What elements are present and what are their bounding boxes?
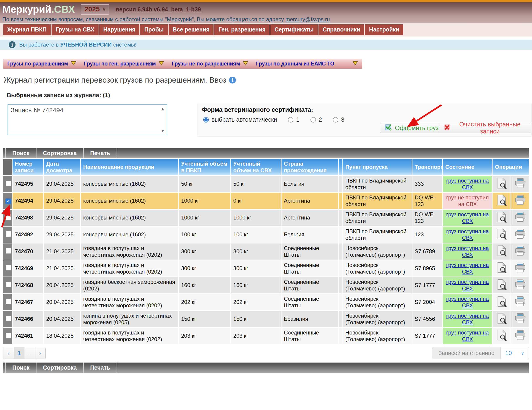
status-link[interactable]: груз поступил на СВХ xyxy=(446,296,489,308)
view-record-button[interactable] xyxy=(496,279,507,292)
toolbar-item-печать[interactable]: Печать xyxy=(84,148,117,158)
cargo-journal-table: Номер записиДата досмотраНаименование пр… xyxy=(2,158,530,345)
view-record-button[interactable] xyxy=(496,194,507,207)
status-link[interactable]: груз поступил на СВХ xyxy=(446,262,489,275)
status-link[interactable]: груз поступил на СВХ xyxy=(446,228,489,241)
nav-tab-6[interactable]: Сертификаты xyxy=(270,24,318,35)
cell-status: груз поступил на СВХ xyxy=(443,277,492,293)
submenu-item-3[interactable]: Грузы по данным из ЕАИС ТО xyxy=(256,61,358,67)
print-record-button[interactable] xyxy=(514,330,526,342)
table-row: ✓74249429.04.2025консервы мясные (1602)1… xyxy=(3,193,529,209)
view-record-button[interactable] xyxy=(496,329,507,343)
print-record-button[interactable] xyxy=(514,229,526,241)
version-link[interactable]: версия 6.94b v6.94_beta_1-b39 xyxy=(116,6,201,13)
header-4: Учтённый объём в ПВКП xyxy=(179,159,230,175)
cell-print xyxy=(511,227,529,243)
status-link[interactable]: груз поступил на СВХ xyxy=(446,211,489,224)
nav-tab-4[interactable]: Все решения xyxy=(169,24,214,35)
status-link[interactable]: груз поступил на СВХ xyxy=(446,178,489,190)
status-link[interactable]: груз поступил на СВХ xyxy=(446,245,489,258)
scroll-up-icon[interactable]: ▲ xyxy=(160,106,165,111)
row-checkbox[interactable] xyxy=(5,214,11,220)
row-checkbox[interactable] xyxy=(5,333,11,338)
row-checkbox[interactable] xyxy=(5,181,11,186)
cell-transport: S7 4556 xyxy=(412,311,442,327)
cert-form-radio-2[interactable]: 2 xyxy=(311,116,322,123)
submenu-item-1[interactable]: Грузы по ген. разрешениям xyxy=(84,61,164,67)
toolbar-item-сортировка[interactable]: Сортировка xyxy=(37,362,84,373)
row-checkbox[interactable]: ✓ xyxy=(5,199,11,204)
view-record-button[interactable] xyxy=(496,262,507,275)
print-record-button[interactable] xyxy=(514,296,526,308)
year-select[interactable]: 2025 ∨ xyxy=(81,4,109,15)
toolbar-item-поиск[interactable]: Поиск xyxy=(6,362,37,373)
chevron-down-icon: ∨ xyxy=(103,6,106,12)
selected-record-item[interactable]: Запись № 742494 xyxy=(11,106,63,114)
status-link[interactable]: груз поступил на СВХ xyxy=(446,279,489,292)
view-record-button[interactable] xyxy=(496,313,507,325)
cert-form-radio-1[interactable]: 1 xyxy=(288,116,299,123)
submenu-item-2[interactable]: Грузы не по разрешениям xyxy=(172,61,248,67)
cell-view xyxy=(493,294,510,310)
print-record-button[interactable] xyxy=(514,279,526,291)
cell-transport: S7 1777 xyxy=(412,328,442,344)
support-email-link[interactable]: mercury@fsvps.ru xyxy=(285,16,330,22)
submit-cargo-button[interactable]: Оформить груз xyxy=(380,123,443,133)
row-checkbox[interactable] xyxy=(5,299,11,304)
row-checkbox[interactable] xyxy=(5,248,11,254)
nav-tab-7[interactable]: Справочники xyxy=(318,24,364,35)
nav-tab-5[interactable]: Ген. разрешения xyxy=(214,24,270,35)
view-record-button[interactable] xyxy=(496,178,507,191)
header-5: Учтённый объём на СВХ xyxy=(231,159,281,175)
journal-submenu: Грузы по разрешениямГрузы по ген. разреш… xyxy=(3,59,362,69)
radio-icon[interactable] xyxy=(288,117,293,123)
row-checkbox[interactable] xyxy=(5,315,11,321)
view-record-button[interactable] xyxy=(496,245,507,258)
row-checkbox[interactable] xyxy=(5,265,11,271)
toolbar-item-поиск[interactable]: Поиск xyxy=(6,148,37,158)
selected-records-listbox[interactable]: Запись № 742494 ▲ ▼ xyxy=(8,104,167,135)
pager-page-1-button[interactable]: 1 xyxy=(14,347,24,359)
page-size-select[interactable]: 10 ∨ xyxy=(501,347,529,359)
nav-tab-0[interactable]: Журнал ПВКП xyxy=(3,24,51,35)
view-record-button[interactable] xyxy=(496,228,507,241)
clear-selection-button[interactable]: Очистить выбранные записи xyxy=(439,123,531,133)
print-record-button[interactable] xyxy=(514,195,526,207)
cert-form-radio-0[interactable]: выбрать автоматически xyxy=(203,116,277,123)
status-link[interactable]: груз поступил на СВХ xyxy=(446,313,489,325)
cell-status: груз не поступил на СВХ xyxy=(443,193,492,209)
toolbar-item-печать[interactable]: Печать xyxy=(84,362,117,373)
print-record-button[interactable] xyxy=(514,212,526,224)
title-info-icon[interactable]: i xyxy=(229,77,236,84)
radio-icon[interactable] xyxy=(311,117,316,123)
pager-next-button[interactable]: › xyxy=(35,347,45,359)
status-link[interactable]: груз поступил на СВХ xyxy=(446,329,489,342)
radio-icon[interactable] xyxy=(333,117,338,123)
radio-icon[interactable] xyxy=(203,117,209,123)
nav-tab-2[interactable]: Нарушения xyxy=(99,24,140,35)
cell-checkpoint: ПВКП по Владимирской области xyxy=(343,176,412,192)
cell-number: 742495 xyxy=(13,176,43,192)
scroll-down-icon[interactable]: ▼ xyxy=(160,128,165,133)
cell-volume_pvkp: 100 кг xyxy=(179,227,230,243)
row-checkbox[interactable] xyxy=(5,231,11,237)
pager-prev-button[interactable]: ‹ xyxy=(3,347,14,359)
view-record-button[interactable] xyxy=(496,211,507,224)
nav-tab-8[interactable]: Настройки xyxy=(365,24,403,35)
cell-volume_svh: 150 кг xyxy=(231,311,281,327)
cell-product: говядина в полутушах и четвертинах морож… xyxy=(81,294,178,310)
cert-form-radio-3[interactable]: 3 xyxy=(333,116,344,123)
print-record-button[interactable] xyxy=(514,178,526,190)
submenu-item-0[interactable]: Грузы по разрешениям xyxy=(7,61,76,67)
row-checkbox[interactable] xyxy=(5,282,11,287)
view-record-button[interactable] xyxy=(496,296,507,309)
nav-tab-3[interactable]: Пробы xyxy=(140,24,168,35)
radio-label: 3 xyxy=(341,116,344,123)
print-record-button[interactable] xyxy=(514,313,526,325)
triangle-down-icon xyxy=(71,61,76,67)
app-logo: Меркурий xyxy=(2,4,51,15)
nav-tab-1[interactable]: Грузы на СВХ xyxy=(52,24,99,35)
print-record-button[interactable] xyxy=(514,246,526,257)
print-record-button[interactable] xyxy=(514,262,526,275)
toolbar-item-сортировка[interactable]: Сортировка xyxy=(37,148,84,158)
